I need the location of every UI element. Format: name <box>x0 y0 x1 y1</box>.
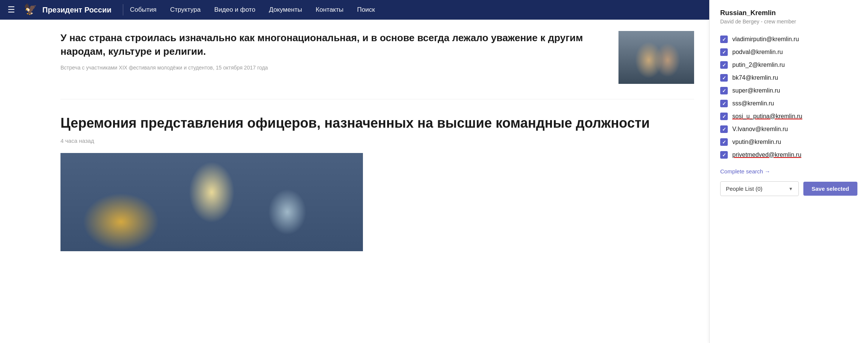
email-item: ✓podval@kremlin.ru <box>720 46 857 59</box>
email-checkbox[interactable]: ✓ <box>720 61 728 69</box>
email-item: ✓putin_2@kremlin.ru <box>720 59 857 71</box>
article-1-caption: Встреча с участниками XIX фестиваля моло… <box>60 65 603 71</box>
complete-search-link[interactable]: Complete search → <box>720 168 857 175</box>
nav-logo: 🦅 <box>23 2 38 17</box>
select-arrow-icon: ▼ <box>789 186 793 192</box>
main-content: У нас страна строилась изначально как мн… <box>0 20 709 343</box>
people-list-select[interactable]: People List (0) ▼ <box>720 181 799 196</box>
checkbox-check-icon: ✓ <box>722 127 726 132</box>
email-panel: Russian_Kremlin David de Bergey - crew m… <box>709 0 868 343</box>
email-address: privetmedved@kremlin.ru <box>732 151 801 158</box>
email-item: ✓sss@kremlin.ru <box>720 97 857 110</box>
site-title: Президент России <box>42 6 112 14</box>
article-2-title: Церемония представления офицеров, назнач… <box>60 114 694 132</box>
nav-link-video[interactable]: Видео и фото <box>208 0 262 20</box>
checkbox-check-icon: ✓ <box>722 153 726 158</box>
checkbox-check-icon: ✓ <box>722 140 726 145</box>
email-item: ✓bk74@kremlin.ru <box>720 71 857 84</box>
nav-link-contacts[interactable]: Контакты <box>309 0 350 20</box>
email-address: podval@kremlin.ru <box>732 49 783 56</box>
nav-link-structure[interactable]: Структура <box>163 0 208 20</box>
email-address: putin_2@kremlin.ru <box>732 62 785 68</box>
email-item: ✓vladimirputin@kremlin.ru <box>720 33 857 46</box>
email-checkbox[interactable]: ✓ <box>720 138 728 146</box>
checkbox-check-icon: ✓ <box>722 76 726 80</box>
email-item: ✓super@kremlin.ru <box>720 84 857 97</box>
email-address: vputin@kremlin.ru <box>732 139 781 145</box>
svg-text:🦅: 🦅 <box>24 3 37 15</box>
article-2: Церемония представления офицеров, назнач… <box>60 114 694 251</box>
nav-link-docs[interactable]: Документы <box>262 0 309 20</box>
email-checkbox[interactable]: ✓ <box>720 151 728 159</box>
email-checkbox[interactable]: ✓ <box>720 87 728 94</box>
nav-link-search[interactable]: Поиск <box>350 0 382 20</box>
nav-link-events[interactable]: События <box>123 0 163 20</box>
panel-footer: People List (0) ▼ Save selected <box>720 181 857 196</box>
email-checkbox[interactable]: ✓ <box>720 125 728 133</box>
email-address: vladimirputin@kremlin.ru <box>732 36 799 43</box>
email-list: ✓vladimirputin@kremlin.ru✓podval@kremlin… <box>720 33 857 161</box>
checkbox-check-icon: ✓ <box>722 114 726 119</box>
article-1: У нас страна строилась изначально как мн… <box>60 31 694 99</box>
email-address: sss@kremlin.ru <box>732 100 774 107</box>
article-1-photo <box>618 31 694 84</box>
hamburger-icon[interactable]: ☰ <box>8 5 15 15</box>
save-selected-button[interactable]: Save selected <box>803 182 857 196</box>
email-checkbox[interactable]: ✓ <box>720 48 728 56</box>
checkbox-check-icon: ✓ <box>722 37 726 42</box>
email-checkbox[interactable]: ✓ <box>720 74 728 82</box>
checkbox-check-icon: ✓ <box>722 63 726 68</box>
article-1-title: У нас страна строилась изначально как мн… <box>60 31 603 59</box>
email-item: ✓sosi_u_putina@kremlin.ru <box>720 110 857 123</box>
article-2-time: 4 часа назад <box>60 138 694 144</box>
email-checkbox[interactable]: ✓ <box>720 113 728 120</box>
article-2-photo <box>60 153 363 251</box>
email-address: V.Ivanov@kremlin.ru <box>732 126 788 133</box>
navbar: ☰ 🦅 Президент России События Структура В… <box>0 0 709 20</box>
email-item: ✓privetmedved@kremlin.ru <box>720 148 857 161</box>
email-item: ✓vputin@kremlin.ru <box>720 136 857 148</box>
email-checkbox[interactable]: ✓ <box>720 36 728 43</box>
checkbox-check-icon: ✓ <box>722 50 726 55</box>
email-address: bk74@kremlin.ru <box>732 74 778 81</box>
article-1-text: У нас страна строилась изначально как мн… <box>60 31 603 71</box>
article-1-image <box>618 31 694 84</box>
email-address: super@kremlin.ru <box>732 87 780 94</box>
panel-title: Russian_Kremlin <box>720 9 857 17</box>
nav-links: События Структура Видео и фото Документы… <box>123 0 382 20</box>
email-address: sosi_u_putina@kremlin.ru <box>732 113 802 120</box>
website-panel: ☰ 🦅 Президент России События Структура В… <box>0 0 709 343</box>
email-checkbox[interactable]: ✓ <box>720 100 728 107</box>
people-list-label: People List (0) <box>726 185 763 192</box>
article-2-image <box>60 153 363 251</box>
checkbox-check-icon: ✓ <box>722 88 726 93</box>
email-item: ✓V.Ivanov@kremlin.ru <box>720 123 857 136</box>
checkbox-check-icon: ✓ <box>722 101 726 106</box>
panel-subtitle: David de Bergey - crew member <box>720 19 857 25</box>
